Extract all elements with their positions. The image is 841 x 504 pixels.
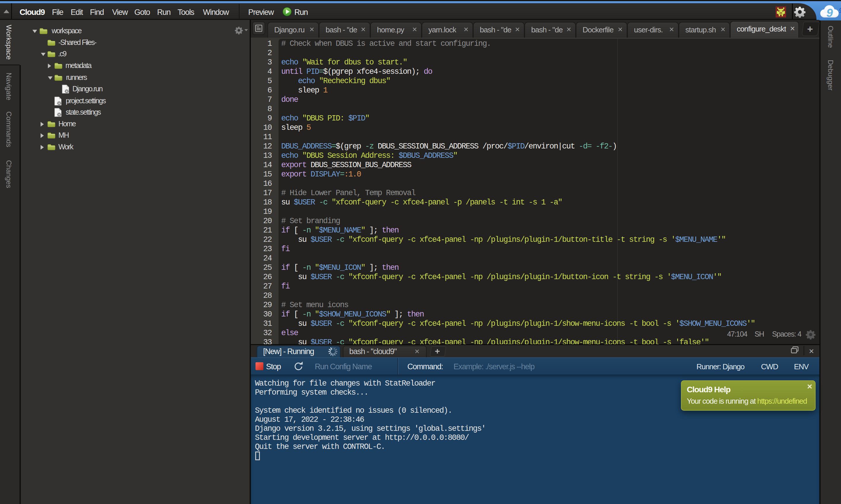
svg-text:9: 9 (826, 6, 833, 19)
